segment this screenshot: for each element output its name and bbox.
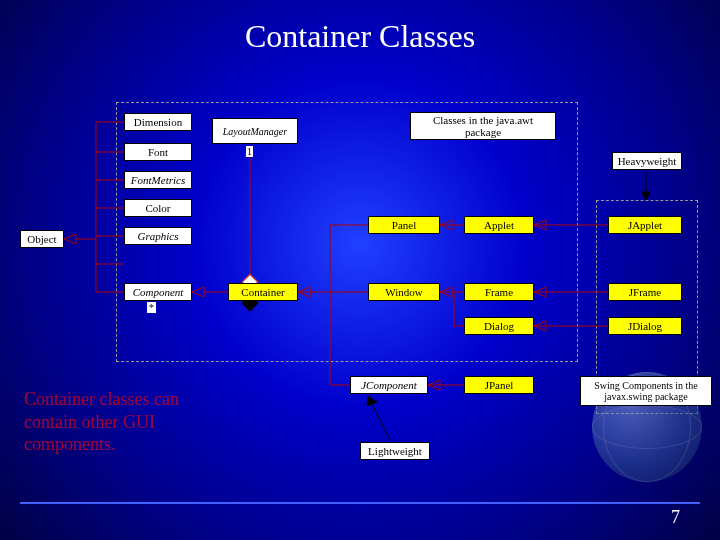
heavyweight-label: Heavyweight — [612, 152, 682, 170]
node-object: Object — [20, 230, 64, 248]
node-window: Window — [368, 283, 440, 301]
node-jpanel: JPanel — [464, 376, 534, 394]
node-graphics: Graphics — [124, 227, 192, 245]
node-layoutmanager: LayoutManager — [212, 118, 298, 144]
node-frame: Frame — [464, 283, 534, 301]
node-jcomponent: JComponent — [350, 376, 428, 394]
node-dialog: Dialog — [464, 317, 534, 335]
node-applet: Applet — [464, 216, 534, 234]
node-fontmetrics: FontMetrics — [124, 171, 192, 189]
node-jdialog: JDialog — [608, 317, 682, 335]
lightweight-label: Lightweight — [360, 442, 430, 460]
node-container: Container — [228, 283, 298, 301]
node-color: Color — [124, 199, 192, 217]
multiplicity-many: * — [147, 302, 156, 313]
node-font: Font — [124, 143, 192, 161]
footer-rule — [20, 502, 700, 504]
page-number: 7 — [671, 507, 680, 528]
svg-marker-0 — [64, 234, 76, 244]
swing-package-label: Swing Components in the javax.swing pack… — [580, 376, 712, 406]
node-panel: Panel — [368, 216, 440, 234]
slide-title: Container Classes — [0, 18, 720, 55]
svg-marker-37 — [367, 396, 377, 406]
svg-marker-35 — [642, 192, 650, 200]
node-japplet: JApplet — [608, 216, 682, 234]
slide-caption: Container classes can contain other GUI … — [24, 388, 234, 456]
node-dimension: Dimension — [124, 113, 192, 131]
node-component: Component — [124, 283, 192, 301]
multiplicity-one: 1 — [246, 146, 253, 157]
node-jframe: JFrame — [608, 283, 682, 301]
svg-marker-27 — [428, 380, 440, 390]
svg-line-36 — [370, 400, 390, 440]
awt-package-label: Classes in the java.awt package — [410, 112, 556, 140]
